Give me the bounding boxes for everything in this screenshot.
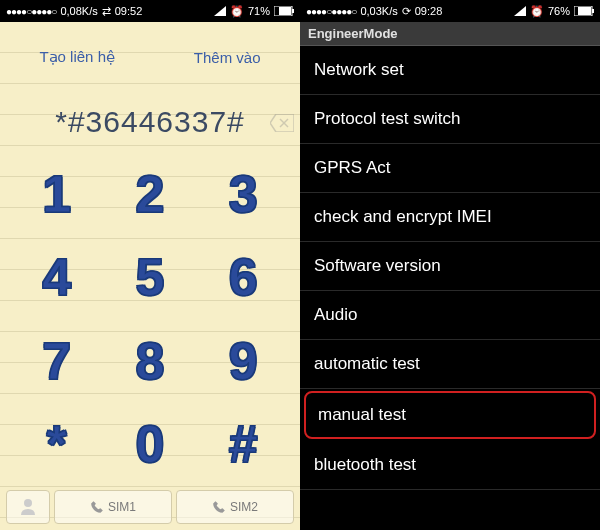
dialer-body: Tạo liên hệ Thêm vào *#36446337# 1 2 3 4… [0, 22, 300, 530]
phone-icon [90, 500, 104, 514]
eng-item-network-set[interactable]: Network set [300, 46, 600, 95]
key-hash[interactable]: # [197, 403, 290, 487]
key-0[interactable]: 0 [103, 403, 196, 487]
key-8[interactable]: 8 [103, 319, 196, 403]
key-1[interactable]: 1 [10, 152, 103, 236]
sim1-label: SIM1 [108, 500, 136, 514]
speed-indicator: 0,03K/s [360, 5, 397, 17]
key-4[interactable]: 4 [10, 236, 103, 320]
signal-dots-icon: ●●●●○●●●●○ [6, 6, 56, 17]
eng-item-gprs-act[interactable]: GPRS Act [300, 144, 600, 193]
eng-item-protocol-test-switch[interactable]: Protocol test switch [300, 95, 600, 144]
statusbar-left: ●●●●○●●●●○ 0,08K/s ⇄ 09:52 ⏰ 71% [0, 0, 300, 22]
phone-dialer: ●●●●○●●●●○ 0,08K/s ⇄ 09:52 ⏰ 71% Tạo liê… [0, 0, 300, 530]
svg-rect-11 [592, 9, 594, 13]
add-to-button[interactable]: Thêm vào [194, 49, 261, 66]
sync-icon: ⟳ [402, 5, 411, 18]
contacts-button[interactable] [6, 490, 50, 524]
dual-sim-icon: ⇄ [102, 5, 111, 18]
speed-indicator: 0,08K/s [60, 5, 97, 17]
phone-icon [212, 500, 226, 514]
battery-pct: 71% [248, 5, 270, 17]
backspace-icon[interactable] [270, 105, 294, 139]
key-5[interactable]: 5 [103, 236, 196, 320]
dialer-bottom-bar: SIM1 SIM2 [0, 486, 300, 530]
engineer-mode-title: EngineerMode [300, 22, 600, 46]
eng-item-bluetooth-test[interactable]: bluetooth test [300, 441, 600, 490]
svg-marker-4 [270, 114, 294, 132]
battery-pct: 76% [548, 5, 570, 17]
eng-item-audio[interactable]: Audio [300, 291, 600, 340]
battery-icon [274, 6, 294, 16]
battery-icon [574, 6, 594, 16]
status-time: 09:52 [115, 5, 143, 17]
svg-rect-2 [279, 7, 291, 15]
dialed-number: *#36446337# [55, 105, 245, 139]
engineer-mode-body: EngineerMode Network setProtocol test sw… [300, 22, 600, 530]
eng-item-manual-test[interactable]: manual test [304, 391, 596, 439]
svg-marker-8 [514, 6, 526, 16]
eng-item-automatic-test[interactable]: automatic test [300, 340, 600, 389]
key-3[interactable]: 3 [197, 152, 290, 236]
engineer-mode-list[interactable]: Network setProtocol test switchGPRS Actc… [300, 46, 600, 530]
key-9[interactable]: 9 [197, 319, 290, 403]
key-2[interactable]: 2 [103, 152, 196, 236]
signal-icon [214, 6, 226, 16]
svg-rect-10 [578, 7, 591, 15]
key-7[interactable]: 7 [10, 319, 103, 403]
person-icon [19, 497, 37, 518]
signal-icon [514, 6, 526, 16]
phone-engineer-mode: ●●●●○●●●●○ 0,03K/s ⟳ 09:28 ⏰ 76% Enginee… [300, 0, 600, 530]
signal-dots-icon: ●●●●○●●●●○ [306, 6, 356, 17]
svg-marker-0 [214, 6, 226, 16]
statusbar-right: ●●●●○●●●●○ 0,03K/s ⟳ 09:28 ⏰ 76% [300, 0, 600, 22]
sim2-call-button[interactable]: SIM2 [176, 490, 294, 524]
svg-rect-3 [292, 9, 294, 13]
sim1-call-button[interactable]: SIM1 [54, 490, 172, 524]
key-star[interactable]: * [10, 403, 103, 487]
status-time: 09:28 [415, 5, 443, 17]
eng-item-software-version[interactable]: Software version [300, 242, 600, 291]
create-contact-button[interactable]: Tạo liên hệ [39, 48, 115, 66]
dialer-top-actions: Tạo liên hệ Thêm vào [0, 22, 300, 92]
svg-point-7 [24, 499, 32, 507]
keypad: 1 2 3 4 5 6 7 8 9 * 0 # [0, 152, 300, 486]
sim2-label: SIM2 [230, 500, 258, 514]
key-6[interactable]: 6 [197, 236, 290, 320]
alarm-icon: ⏰ [530, 5, 544, 18]
alarm-icon: ⏰ [230, 5, 244, 18]
eng-item-check-and-encrypt-imei[interactable]: check and encrypt IMEI [300, 193, 600, 242]
dial-display: *#36446337# [0, 92, 300, 152]
